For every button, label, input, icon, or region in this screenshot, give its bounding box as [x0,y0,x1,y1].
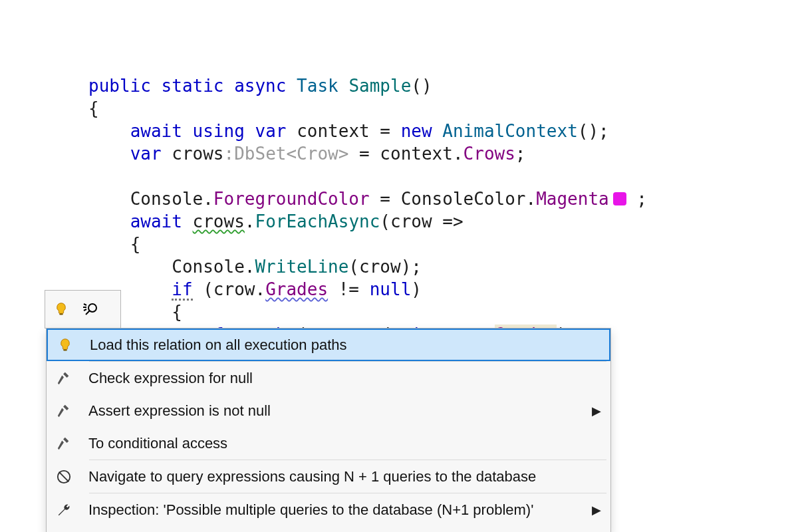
ident-context: context [297,121,370,141]
quickfix-item-label: Check expression for null [88,370,573,387]
quickfix-item-navigate-n1[interactable]: Navigate to query expressions causing N … [47,460,610,493]
kw-if-hint[interactable]: if [172,280,192,301]
member-foregroundcolor: ForegroundColor [213,189,370,209]
brace: { [130,234,141,254]
quickfix-item-check-null[interactable]: Check expression for null [47,362,610,394]
kw-var: var [255,121,287,141]
method-writeline: WriteLine [255,257,348,277]
type-animalcontext: AnimalContext [442,121,578,141]
ident-crows-warn[interactable]: crows [193,211,245,231]
quickfix-item-conditional-access[interactable]: To conditional access [47,427,610,460]
svg-line-2 [86,311,90,315]
lightbulb-icon[interactable] [54,302,68,317]
kw-public: public [88,76,151,96]
ident-consolecolor: ConsoleColor [401,189,526,209]
method-foreachasync: ForEachAsync [255,211,380,231]
type-task: Task [297,76,338,96]
brace: { [172,302,182,322]
hammer-icon [53,436,75,451]
brace: { [88,98,99,118]
code-editor[interactable]: public static async Task Sample() { awai… [88,52,647,346]
lightbulb-icon [54,338,76,352]
method-sample: Sample [348,76,411,96]
popup-overflow [47,526,610,532]
quickfix-popup[interactable]: Load this relation on all execution path… [46,328,611,532]
ident-crow: crow [390,211,432,231]
hammer-icon [53,371,75,386]
wrench-icon [53,503,75,517]
hammer-icon [53,404,75,418]
inspect-icon[interactable] [83,301,99,317]
member-crows: Crows [464,144,515,164]
svg-rect-6 [63,349,67,350]
member-grades-warn[interactable]: Grades [265,279,328,299]
quickfix-item-assert-not-null[interactable]: Assert expression is not null ▶ [47,394,610,427]
kw-null: null [370,279,412,299]
color-swatch-magenta [613,192,626,205]
punct: () [411,76,432,96]
quickfix-item-load-relation[interactable]: Load this relation on all execution path… [47,329,610,361]
type-hint-dbset-crow: :DbSet<Crow> [224,144,349,164]
quickfix-item-label: To conditional access [88,435,573,452]
kw-static: static [162,76,224,96]
ident-console: Console [172,257,245,277]
navigate-icon [53,469,75,484]
submenu-arrow-icon: ▶ [587,503,610,517]
ident-context: context [380,144,453,164]
ident-console: Console [130,189,203,209]
svg-line-4 [84,304,86,305]
ident-crow: crow [359,257,401,277]
kw-new: new [401,121,432,141]
quickfix-item-label: Navigate to query expressions causing N … [88,468,573,485]
kw-async: async [234,76,286,96]
quickfix-item-inspection-n1[interactable]: Inspection: 'Possible multiple queries t… [47,493,610,526]
member-magenta: Magenta [536,189,609,209]
kw-await: await [130,211,182,231]
lightbulb-gutter[interactable] [45,290,121,329]
ident-crows: crows [172,144,223,164]
kw-using: using [193,121,245,141]
kw-var: var [130,144,162,164]
svg-line-8 [59,471,69,481]
svg-rect-0 [59,313,63,315]
quickfix-item-label: Assert expression is not null [88,402,573,420]
submenu-arrow-icon: ▶ [587,404,610,418]
svg-line-5 [84,309,86,311]
ident-crow: crow [213,279,255,299]
quickfix-item-label: Load this relation on all execution path… [90,336,572,354]
kw-await: await [130,121,182,141]
quickfix-item-label: Inspection: 'Possible multiple queries t… [88,501,573,519]
